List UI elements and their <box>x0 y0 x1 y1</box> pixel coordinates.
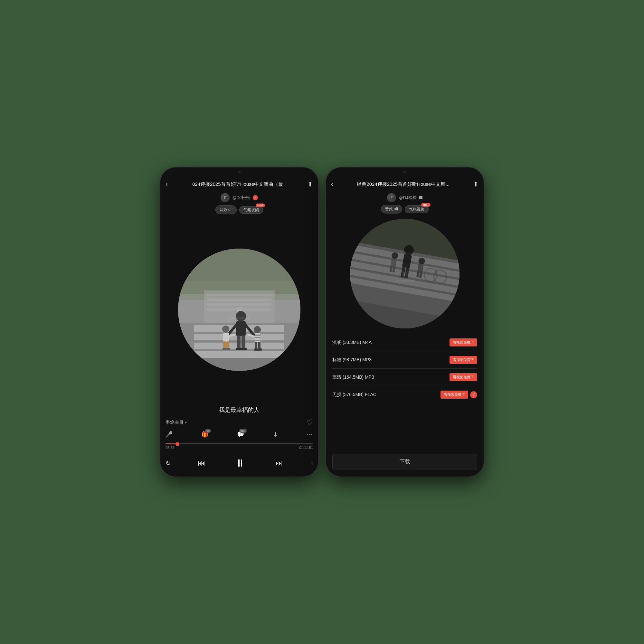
left-progress-bar[interactable] <box>166 443 313 444</box>
left-hot-tag-wrap[interactable]: 气氛视频 HOT <box>239 207 263 213</box>
left-play-pause-button[interactable]: ⏸ <box>232 455 249 471</box>
right-back-button[interactable]: ‹ <box>331 180 333 188</box>
download-label-2: 高清 (164.5MB) MP3 <box>332 374 374 380</box>
left-status-bar <box>160 167 318 176</box>
left-action-row: 🎤 🎁 14 💬 980 ⬇ ··· <box>166 429 313 440</box>
left-comment-icon[interactable]: 💬 980 <box>237 431 244 438</box>
left-time-row: 05:59 01:11:51 <box>166 446 313 450</box>
right-hot-tag-wrap[interactable]: 气氛视频 HOT <box>405 206 429 212</box>
left-share-icon[interactable]: 🎁 14 <box>201 431 208 438</box>
left-album-art-container: F qx.oovc.cc <box>160 216 318 403</box>
right-album-svg <box>350 219 459 328</box>
left-song-title: 我是最幸福的人 <box>160 403 318 416</box>
right-fx-tag[interactable]: 音效 off <box>381 205 402 213</box>
svg-rect-64 <box>350 219 459 328</box>
left-album-svg <box>178 249 300 371</box>
right-phone: ‹ 经典2024迎接2025首首好听House中文舞... ⬆ F @DJ松松 … <box>326 167 484 477</box>
left-fx-tag[interactable]: 音效 off <box>215 205 237 214</box>
left-more-icon[interactable]: ··· <box>307 431 313 437</box>
right-share-button[interactable]: ⬆ <box>473 180 478 188</box>
download-item-3[interactable]: 无损 (576.5MB) FLAC 看视频免费下 ✓ <box>332 386 477 403</box>
left-tags-row: 音效 off 气氛视频 HOT <box>160 204 318 216</box>
left-artist-name: @DJ松松 <box>232 195 250 201</box>
right-album-art-container: F qx.oovc.cc <box>326 215 484 334</box>
right-status-bar <box>326 167 484 176</box>
left-notch <box>238 171 241 173</box>
right-album-circle <box>350 219 459 328</box>
download-btn-1[interactable]: 看视频免费下 <box>450 356 477 364</box>
left-playback-row: ↻ ⏮ ⏸ ⏭ ≡ <box>166 451 313 477</box>
left-total-time: 01:11:51 <box>299 446 313 450</box>
right-download-main-button[interactable]: 下载 <box>332 454 477 470</box>
left-next-button[interactable]: ⏭ <box>275 459 283 468</box>
left-pause-icon: ⏸ <box>235 457 245 469</box>
left-mic-icon[interactable]: 🎤 <box>166 431 173 438</box>
left-share-badge: 14 <box>205 429 211 433</box>
left-playlist-row: 串烧曲目 ▾ ♡ <box>166 416 313 429</box>
right-tags-row: 音效 off 气氛视频 HOT <box>326 204 484 215</box>
svg-rect-39 <box>178 249 300 371</box>
left-download-icon[interactable]: ⬇ <box>273 431 278 438</box>
right-nav-title: 经典2024迎接2025首首好听House中文舞... <box>333 181 473 187</box>
left-prev-button[interactable]: ⏮ <box>198 459 205 468</box>
download-btn-0[interactable]: 看视频免费下 <box>450 338 477 346</box>
left-playlist-text: 串烧曲目 <box>166 420 184 425</box>
right-notch <box>403 171 406 173</box>
download-btn-wrap-0: 看视频免费下 <box>450 338 477 346</box>
left-progress-container[interactable]: 05:59 01:11:51 <box>166 440 313 451</box>
download-item-1[interactable]: 标准 (98.7MB) MP3 看视频免费下 <box>332 351 477 369</box>
right-hot-badge: HOT <box>421 203 431 207</box>
left-heart-button[interactable]: ♡ <box>307 418 313 427</box>
download-btn-wrap-2: 看视频免费下 <box>450 373 477 381</box>
left-hot-badge: HOT <box>256 204 265 207</box>
download-btn-2[interactable]: 看视频免费下 <box>450 373 477 381</box>
right-avatar-letter: F <box>387 193 396 202</box>
left-nav-title: 024迎接2025首首好听House中文舞曲（最 <box>168 181 308 187</box>
download-item-0[interactable]: 流畅 (33.3MB) M4A 看视频免费下 <box>332 334 477 351</box>
left-share-button[interactable]: ⬆ <box>308 180 313 188</box>
download-label-3: 无损 (576.5MB) FLAC <box>332 392 376 398</box>
right-download-footer: 下载 <box>326 449 484 477</box>
download-btn-wrap-1: 看视频免费下 <box>450 356 477 364</box>
right-nav-bar: ‹ 经典2024迎接2025首首好听House中文舞... ⬆ <box>326 176 484 192</box>
right-artist-row: F @DJ松松 <box>326 192 484 204</box>
left-playlist-label[interactable]: 串烧曲目 ▾ <box>166 420 187 425</box>
right-artist-avatar[interactable]: F <box>387 193 396 202</box>
left-chevron-down-icon: ▾ <box>185 420 187 425</box>
left-nav-bar: ‹ 024迎接2025首首好听House中文舞曲（最 ⬆ <box>160 176 318 192</box>
left-phone: ‹ 024迎接2025首首好听House中文舞曲（最 ⬆ F @DJ松松 ✓ 音… <box>160 167 318 477</box>
download-label-1: 标准 (98.7MB) MP3 <box>332 357 372 363</box>
download-label-0: 流畅 (33.3MB) M4A <box>332 340 372 346</box>
left-repeat-button[interactable]: ↻ <box>166 459 171 467</box>
download-btn-3[interactable]: 看视频免费下 <box>440 391 468 399</box>
left-comment-badge: 980 <box>239 429 247 433</box>
left-bottom-controls: 串烧曲目 ▾ ♡ 🎤 🎁 14 💬 980 ⬇ ··· <box>160 416 318 477</box>
left-verified-badge: ✓ <box>253 195 258 200</box>
left-artist-avatar[interactable]: F <box>221 193 230 202</box>
right-dot-badge <box>419 196 422 199</box>
left-progress-thumb <box>175 442 179 446</box>
left-progress-fill <box>166 443 177 444</box>
left-avatar-letter: F <box>221 193 230 202</box>
left-artist-row: F @DJ松松 ✓ <box>160 192 318 204</box>
left-queue-button[interactable]: ≡ <box>309 460 313 467</box>
left-album-circle <box>178 249 300 371</box>
left-back-button[interactable]: ‹ <box>166 180 168 188</box>
download-check-3: ✓ <box>470 391 477 398</box>
right-artist-name: @DJ松松 <box>399 195 416 201</box>
right-download-list: 流畅 (33.3MB) M4A 看视频免费下 标准 (98.7MB) MP3 看… <box>326 334 484 449</box>
left-current-time: 05:59 <box>166 446 175 450</box>
download-item-2[interactable]: 高清 (164.5MB) MP3 看视频免费下 <box>332 369 477 386</box>
download-btn-wrap-3: 看视频免费下 ✓ <box>440 391 477 399</box>
